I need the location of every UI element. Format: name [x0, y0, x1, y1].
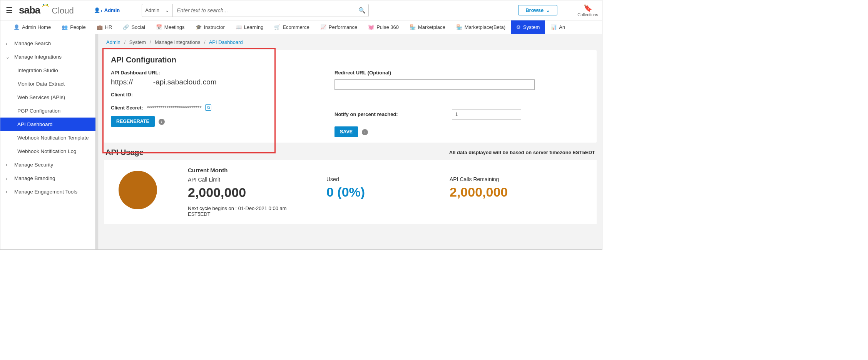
- save-button[interactable]: SAVE: [334, 126, 358, 137]
- tab-pulse360[interactable]: 💓Pulse 360: [363, 20, 404, 34]
- tab-meetings[interactable]: 📅Meetings: [151, 20, 190, 34]
- briefcase-icon: 💼: [97, 24, 103, 30]
- chevron-down-icon: ⌄: [546, 7, 550, 13]
- sidebar-item-manage-branding[interactable]: ›Manage Branding: [0, 172, 98, 185]
- api-call-limit-value: 2,000,000: [188, 185, 303, 200]
- tab-label: System: [523, 24, 540, 30]
- tab-analytics-truncated[interactable]: 📊An: [545, 20, 570, 34]
- pulse-icon: 💓: [368, 24, 374, 30]
- search-button[interactable]: 🔍: [355, 4, 368, 17]
- tab-label: Instructor: [204, 24, 225, 30]
- sidebar-item-manage-security[interactable]: ›Manage Security: [0, 158, 98, 172]
- breadcrumb-api-dashboard[interactable]: API Dashboard: [209, 39, 243, 45]
- tab-marketplace-beta[interactable]: 🏪Marketplace(Beta): [451, 20, 511, 34]
- book-icon: 📖: [236, 24, 242, 30]
- sidebar-item-manage-search[interactable]: ›Manage Search: [0, 37, 98, 50]
- sidebar-label: Webhook Notification Template: [17, 135, 89, 141]
- sidebar-item-api-dashboard[interactable]: API Dashboard: [0, 118, 98, 131]
- sidebar-item-webhook-log[interactable]: Webhook Notification Log: [0, 145, 98, 158]
- tab-system[interactable]: ⚙System: [511, 20, 545, 34]
- sidebar-label: API Dashboard: [17, 121, 53, 127]
- regenerate-button[interactable]: REGENERATE: [111, 116, 155, 127]
- api-usage-panel: Current Month API Call Limit 2,000,000 N…: [104, 160, 597, 224]
- sidebar-label: Monitor Data Extract: [17, 81, 65, 87]
- copy-icon[interactable]: ⧉: [205, 104, 211, 111]
- chevron-down-icon: ⌄: [6, 54, 11, 60]
- tab-admin-home[interactable]: 👤Admin Home: [8, 20, 56, 34]
- sidebar-item-pgp-configuration[interactable]: PGP Configuration: [0, 104, 98, 118]
- topbar: ☰ saba Cloud 👤₊ Admin Admin ⌄ 🔍 Browse ⌄: [0, 0, 602, 20]
- search-scope-select[interactable]: Admin ⌄: [142, 4, 173, 17]
- collections-button[interactable]: 🔖 Collections: [577, 4, 598, 17]
- tab-ecommerce[interactable]: 🛒Ecommerce: [269, 20, 314, 34]
- tab-label: Marketplace(Beta): [465, 24, 505, 30]
- sidebar-item-monitor-data-extract[interactable]: Monitor Data Extract: [0, 77, 98, 91]
- sidebar-item-integration-studio[interactable]: Integration Studio: [0, 64, 98, 77]
- remaining-value: 2,000,000: [450, 185, 508, 200]
- sidebar-label: Manage Engagement Tools: [14, 189, 77, 195]
- sidebar-scrollbar[interactable]: [95, 34, 98, 249]
- tab-label: Meetings: [164, 24, 185, 30]
- tab-social[interactable]: 🔗Social: [117, 20, 150, 34]
- client-secret-value: ****************************: [147, 105, 202, 111]
- tab-hr[interactable]: 💼HR: [91, 20, 118, 34]
- person-icon: 👤: [13, 24, 20, 30]
- sidebar-item-manage-engagement[interactable]: ›Manage Engagement Tools: [0, 185, 98, 199]
- tab-label: HR: [105, 24, 112, 30]
- sidebar-label: Webhook Notification Log: [17, 148, 77, 154]
- sidebar-item-manage-integrations[interactable]: ⌄Manage Integrations: [0, 50, 98, 64]
- info-icon[interactable]: i: [362, 129, 368, 135]
- instructor-icon: 🎓: [196, 24, 202, 30]
- breadcrumb-admin[interactable]: Admin: [106, 39, 120, 45]
- gauge-icon: 📈: [320, 24, 326, 30]
- browse-button[interactable]: Browse ⌄: [518, 5, 557, 15]
- svg-point-1: [43, 4, 44, 5]
- store-icon: 🏪: [410, 24, 416, 30]
- used-value: 0 (0%): [326, 185, 426, 200]
- api-call-limit-label: API Call Limit: [188, 177, 303, 183]
- api-dashboard-url: https:// -api.sabacloud.com: [111, 78, 299, 86]
- tab-learning[interactable]: 📖Learning: [230, 20, 269, 34]
- breadcrumb-system[interactable]: System: [129, 39, 146, 45]
- hamburger-menu-icon[interactable]: ☰: [4, 4, 14, 17]
- notify-percent-input[interactable]: [452, 109, 521, 119]
- chevron-down-icon: ⌄: [165, 7, 169, 13]
- info-icon[interactable]: i: [159, 119, 165, 125]
- sidebar-label: Manage Security: [14, 162, 53, 168]
- person-add-icon: 👤₊: [94, 7, 103, 13]
- people-icon: 👥: [62, 24, 68, 30]
- bookmark-icon: 🔖: [577, 4, 598, 12]
- chevron-right-icon: ›: [6, 189, 11, 195]
- sidebar-label: PGP Configuration: [17, 108, 60, 114]
- chevron-right-icon: ›: [6, 162, 11, 168]
- chevron-right-icon: ›: [6, 176, 11, 181]
- sidebar-label: Web Services (APIs): [17, 94, 65, 100]
- sidebar: ›Manage Search ⌄Manage Integrations Inte…: [0, 34, 99, 249]
- url-label: API Dashboard URL:: [111, 70, 299, 76]
- sidebar-label: Integration Studio: [17, 67, 58, 73]
- sidebar-item-web-services[interactable]: Web Services (APIs): [0, 91, 98, 104]
- tab-label: Performance: [329, 24, 357, 30]
- tab-label: Pulse 360: [376, 24, 399, 30]
- tab-instructor[interactable]: 🎓Instructor: [190, 20, 230, 34]
- sidebar-label: Manage Search: [14, 40, 51, 46]
- sidebar-item-webhook-template[interactable]: Webhook Notification Template: [0, 131, 98, 145]
- breadcrumb-manage-integrations[interactable]: Manage Integrations: [155, 39, 201, 45]
- content-area: Admin / System / Manage Integrations / A…: [99, 34, 602, 249]
- tab-marketplace[interactable]: 🏪Marketplace: [404, 20, 451, 34]
- search-icon: 🔍: [358, 7, 366, 14]
- search-input[interactable]: [173, 4, 355, 17]
- nav-tabs: 👤Admin Home 👥People 💼HR 🔗Social 📅Meeting…: [0, 20, 602, 34]
- chart-icon: 📊: [550, 24, 557, 30]
- logo[interactable]: saba Cloud: [19, 4, 74, 16]
- timezone-note: All data displayed will be based on serv…: [449, 150, 595, 155]
- tab-label: An: [559, 24, 565, 30]
- used-label: Used: [326, 176, 426, 182]
- tab-performance[interactable]: 📈Performance: [315, 20, 363, 34]
- svg-point-0: [47, 4, 48, 5]
- tab-label: Marketplace: [418, 24, 445, 30]
- breadcrumb-sep: /: [150, 39, 151, 45]
- tab-people[interactable]: 👥People: [56, 20, 91, 34]
- redirect-url-input[interactable]: [334, 79, 535, 90]
- admin-link[interactable]: 👤₊ Admin: [94, 7, 120, 13]
